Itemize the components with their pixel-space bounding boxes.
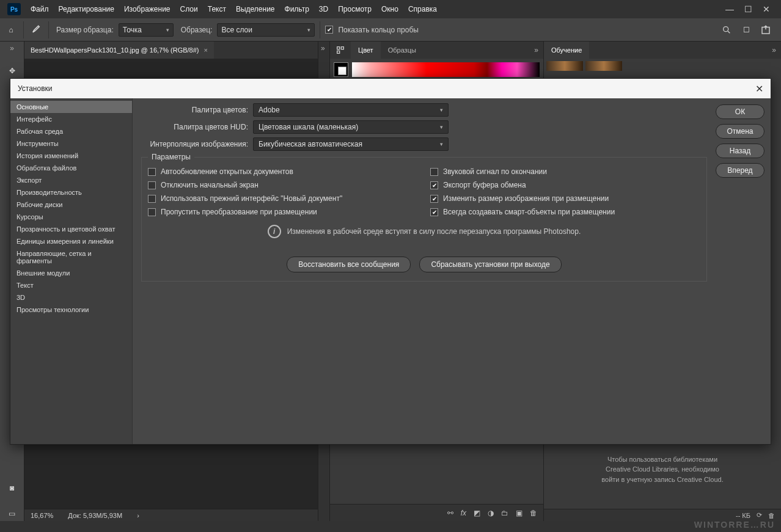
cat-tools[interactable]: Инструменты — [10, 137, 132, 150]
color-picker-select[interactable]: Adobe▾ — [253, 103, 449, 117]
tab-color[interactable]: Цвет — [351, 42, 381, 59]
dialog-buttons-column: ОК Отмена Назад Вперед — [716, 98, 771, 444]
thumbnail[interactable] — [585, 61, 622, 71]
color-ramp[interactable] — [352, 62, 540, 77]
menu-filter[interactable]: Фильтр — [280, 5, 314, 13]
chk-skiptransform[interactable] — [148, 208, 156, 216]
dialog-close-icon[interactable]: ✕ — [755, 83, 763, 95]
adjustment-icon[interactable]: ◑ — [488, 509, 494, 517]
cat-units[interactable]: Единицы измерения и линейки — [10, 235, 132, 247]
document-tab[interactable]: BestHDWallpapersPack1301_10.jpg @ 16,7% … — [24, 42, 214, 59]
menu-edit[interactable]: Редактирование — [54, 5, 119, 13]
menu-window[interactable]: Окно — [376, 5, 403, 13]
status-arrow-icon[interactable]: › — [137, 512, 139, 519]
chk-exportclip[interactable] — [430, 181, 438, 189]
cat-history[interactable]: История изменений — [10, 150, 132, 162]
cat-filehandling[interactable]: Обработка файлов — [10, 162, 132, 174]
cat-techpreview[interactable]: Просмотры технологии — [10, 304, 132, 316]
cat-guides[interactable]: Направляющие, сетка и фрагменты — [10, 247, 132, 267]
menu-image[interactable]: Изображение — [119, 5, 175, 13]
chk-autoupdate[interactable] — [148, 168, 156, 176]
close-tab-icon[interactable]: × — [204, 46, 208, 54]
maximize-button[interactable]: ☐ — [744, 5, 752, 13]
chevron-down-icon: ▾ — [307, 27, 310, 33]
cat-scratchdisks[interactable]: Рабочие диски — [10, 199, 132, 211]
menu-file[interactable]: Файл — [26, 5, 54, 13]
expand-dock-icon[interactable]: » — [321, 44, 325, 53]
prev-button[interactable]: Назад — [716, 144, 765, 158]
zoom-display[interactable]: 16,67% — [31, 512, 53, 519]
cat-3d[interactable]: 3D — [10, 291, 132, 304]
next-button[interactable]: Вперед — [716, 163, 765, 178]
chk-beep[interactable] — [430, 168, 438, 176]
quickmask-icon[interactable]: ◙ — [5, 481, 20, 495]
cat-workspace[interactable]: Рабочая среда — [10, 125, 132, 137]
menu-select[interactable]: Выделение — [231, 5, 280, 13]
minimize-button[interactable]: ― — [726, 5, 733, 13]
window-controls: ― ☐ ✕ — [726, 5, 779, 13]
lbl-skiptransform: Пропустить преобразование при размещении — [161, 208, 317, 216]
panel-icon-85[interactable] — [330, 45, 351, 55]
home-icon[interactable]: ⌂ — [4, 23, 18, 37]
cat-cursors[interactable]: Курсоры — [10, 211, 132, 223]
cat-transparency[interactable]: Прозрачность и цветовой охват — [10, 223, 132, 235]
link-icon[interactable]: ⚯ — [447, 509, 453, 517]
chk-legacynewdoc[interactable] — [148, 195, 156, 203]
thumbnail[interactable] — [546, 61, 583, 71]
document-tab-title: BestHDWallpapersPack1301_10.jpg @ 16,7% … — [31, 46, 199, 54]
reset-messages-button[interactable]: Восстановить все сообщения — [287, 257, 411, 272]
eyedropper-icon[interactable] — [29, 23, 43, 37]
fx-icon[interactable]: fx — [461, 509, 466, 517]
chevron-down-icon: ▾ — [440, 141, 443, 147]
panel-expand-icon[interactable]: » — [767, 46, 781, 54]
color-picker-label: Палитра цветов: — [141, 106, 248, 114]
sample-size-select[interactable]: Точка▾ — [119, 23, 174, 37]
sample-select[interactable]: Все слои▾ — [217, 23, 315, 37]
separator — [320, 21, 320, 38]
panel-icon[interactable]: ☐ — [741, 24, 752, 35]
interpolation-select[interactable]: Бикубическая автоматическая▾ — [253, 137, 449, 151]
close-button[interactable]: ✕ — [763, 5, 770, 13]
screenmode-icon[interactable]: ▭ — [5, 506, 20, 521]
sync-icon[interactable]: ⟳ — [757, 511, 762, 519]
share-icon[interactable] — [760, 24, 771, 35]
ok-button[interactable]: ОК — [716, 104, 765, 119]
new-layer-icon[interactable]: ▣ — [516, 509, 522, 517]
options-legend: Параметры — [148, 153, 194, 161]
cancel-button[interactable]: Отмена — [716, 124, 765, 139]
chk-disablestart[interactable] — [148, 181, 156, 189]
cat-performance[interactable]: Производительность — [10, 186, 132, 199]
panel-expand-icon[interactable]: » — [529, 46, 543, 54]
options-fieldset: Параметры Автообновление открытых докуме… — [141, 157, 707, 282]
menu-text[interactable]: Текст — [203, 5, 231, 13]
menu-3d[interactable]: 3D — [314, 5, 333, 13]
chk-resizeplace[interactable] — [430, 195, 438, 203]
menu-layers[interactable]: Слои — [175, 5, 203, 13]
tab-swatches[interactable]: Образцы — [381, 42, 424, 59]
cat-type[interactable]: Текст — [10, 279, 132, 291]
foreground-background-swatch[interactable] — [334, 62, 348, 77]
svg-rect-4 — [337, 51, 340, 53]
chk-smartobj[interactable] — [430, 208, 438, 216]
show-ring-checkbox[interactable] — [325, 26, 333, 34]
separator — [23, 21, 24, 38]
hud-picker-select[interactable]: Цветовая шкала (маленькая)▾ — [253, 120, 449, 134]
search-icon[interactable] — [721, 24, 732, 35]
cat-export[interactable]: Экспорт — [10, 174, 132, 186]
cat-interface[interactable]: Интерфейс — [10, 113, 132, 125]
menu-help[interactable]: Справка — [403, 5, 442, 13]
cat-plugins[interactable]: Внешние модули — [10, 267, 132, 279]
trash-icon[interactable]: 🗑 — [530, 509, 537, 517]
menu-view[interactable]: Просмотр — [333, 5, 376, 13]
doc-size-display[interactable]: Док: 5,93M/5,93M — [68, 512, 122, 519]
options-bar: ⌂ Размер образца: Точка▾ Образец: Все сл… — [0, 18, 781, 42]
folder-icon[interactable]: 🗀 — [501, 509, 508, 517]
info-icon: i — [268, 225, 281, 238]
expand-tools-icon[interactable]: » — [10, 44, 14, 53]
tab-learn[interactable]: Обучение — [544, 42, 589, 59]
trash-icon[interactable]: 🗑 — [768, 512, 775, 519]
move-tool-icon[interactable]: ✥ — [5, 64, 20, 78]
reset-on-quit-button[interactable]: Сбрасывать установки при выходе — [419, 257, 561, 272]
mask-icon[interactable]: ◩ — [474, 509, 480, 517]
cat-general[interactable]: Основные — [10, 101, 132, 113]
